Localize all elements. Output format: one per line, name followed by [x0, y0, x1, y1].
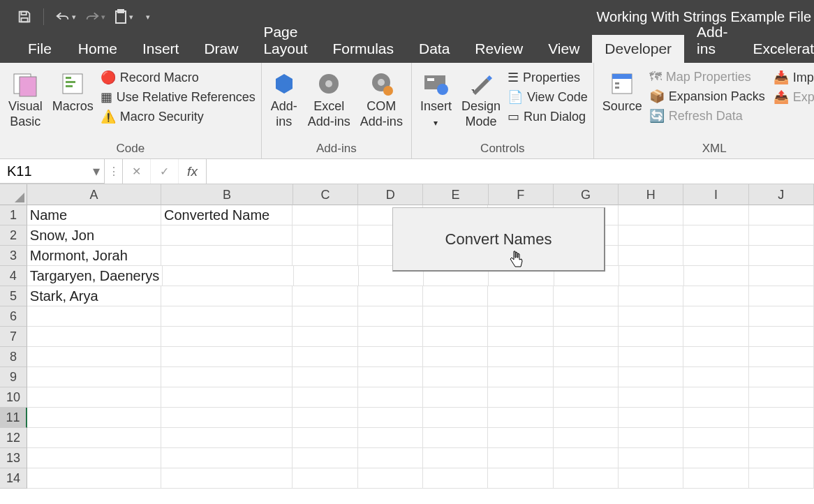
cell-G11[interactable] — [554, 408, 619, 428]
tab-page-layout[interactable]: Page Layout — [251, 18, 320, 63]
properties-button[interactable]: ☰Properties — [508, 70, 588, 85]
cell-I7[interactable] — [683, 327, 748, 347]
cell-C9[interactable] — [293, 367, 357, 387]
col-header-I[interactable]: I — [683, 184, 748, 205]
cell-A12[interactable] — [27, 428, 161, 448]
cell-C5[interactable] — [293, 286, 357, 306]
row-header-12[interactable]: 12 — [0, 428, 27, 448]
select-all-corner[interactable] — [0, 184, 27, 205]
tab-view[interactable]: View — [535, 35, 592, 63]
cell-G14[interactable] — [554, 468, 619, 489]
cell-D6[interactable] — [358, 306, 423, 327]
cell-B12[interactable] — [161, 428, 293, 448]
tab-insert[interactable]: Insert — [130, 35, 192, 63]
cell-F12[interactable] — [488, 428, 553, 448]
col-header-J[interactable]: J — [749, 184, 814, 205]
cell-A4[interactable]: Targaryen, Daenerys — [27, 266, 163, 286]
tab-draw[interactable]: Draw — [191, 35, 251, 63]
cell-B6[interactable] — [161, 306, 293, 327]
cell-D13[interactable] — [358, 448, 423, 468]
import-button[interactable]: 📥Import — [774, 70, 814, 85]
tab-add-ins[interactable]: Add-ins — [684, 18, 740, 63]
tab-excelerator[interactable]: Excelerator.Solutions — [740, 35, 814, 63]
cell-J10[interactable] — [749, 387, 814, 408]
row-header-9[interactable]: 9 — [0, 367, 27, 387]
chevron-down-icon[interactable]: ▾ — [93, 163, 100, 179]
cell-H6[interactable] — [619, 306, 683, 327]
cell-G7[interactable] — [554, 327, 619, 347]
row-header-4[interactable]: 4 — [0, 266, 27, 286]
cell-B1[interactable]: Converted Name — [161, 205, 293, 225]
cell-F7[interactable] — [488, 327, 553, 347]
cell-B11[interactable] — [161, 408, 293, 428]
cell-H10[interactable] — [619, 387, 683, 408]
cell-D8[interactable] — [358, 347, 423, 367]
cell-C2[interactable] — [293, 225, 357, 246]
name-box[interactable]: K11 ▾ — [0, 159, 105, 184]
cell-A6[interactable] — [27, 306, 161, 327]
row-header-13[interactable]: 13 — [0, 448, 27, 468]
cell-F14[interactable] — [488, 468, 553, 489]
row-header-7[interactable]: 7 — [0, 327, 27, 347]
map-properties-button[interactable]: 🗺Map Properties — [649, 70, 765, 84]
cell-E5[interactable] — [423, 286, 488, 306]
cell-J7[interactable] — [749, 327, 814, 347]
convert-names-button[interactable]: Convert Names — [392, 207, 605, 272]
cell-I8[interactable] — [683, 347, 748, 367]
cell-A3[interactable]: Mormont, Jorah — [27, 246, 161, 266]
cell-C3[interactable] — [293, 246, 357, 266]
cell-C11[interactable] — [293, 408, 357, 428]
export-button[interactable]: 📤Export — [774, 89, 814, 105]
col-header-F[interactable]: F — [489, 184, 554, 205]
cell-F13[interactable] — [488, 448, 553, 468]
cell-H8[interactable] — [619, 347, 683, 367]
cell-H3[interactable] — [619, 246, 683, 266]
col-header-A[interactable]: A — [27, 184, 161, 205]
cell-F5[interactable] — [488, 286, 553, 306]
cell-D7[interactable] — [358, 327, 423, 347]
cell-I14[interactable] — [683, 468, 748, 489]
cell-I2[interactable] — [683, 225, 748, 246]
tab-formulas[interactable]: Formulas — [320, 35, 406, 63]
insert-control-button[interactable]: Insert▾ — [417, 68, 454, 131]
row-header-8[interactable]: 8 — [0, 347, 27, 367]
visual-basic-button[interactable]: Visual Basic — [6, 68, 45, 131]
cell-E13[interactable] — [423, 448, 488, 468]
design-mode-button[interactable]: Design Mode — [459, 68, 503, 131]
cell-H5[interactable] — [619, 286, 683, 306]
row-header-3[interactable]: 3 — [0, 246, 27, 266]
cell-E14[interactable] — [423, 468, 488, 489]
cell-A11[interactable] — [27, 408, 161, 428]
row-header-10[interactable]: 10 — [0, 387, 27, 408]
cell-E7[interactable] — [423, 327, 488, 347]
cell-G6[interactable] — [554, 306, 619, 327]
cell-A9[interactable] — [27, 367, 161, 387]
cell-B13[interactable] — [161, 448, 293, 468]
tab-developer[interactable]: Developer — [592, 35, 684, 63]
cell-D12[interactable] — [358, 428, 423, 448]
col-header-B[interactable]: B — [161, 184, 293, 205]
run-dialog-button[interactable]: ▭Run Dialog — [508, 109, 588, 124]
cell-G10[interactable] — [554, 387, 619, 408]
cell-H12[interactable] — [619, 428, 683, 448]
cell-H7[interactable] — [619, 327, 683, 347]
cell-B3[interactable] — [161, 246, 293, 266]
cell-D11[interactable] — [358, 408, 423, 428]
macros-button[interactable]: Macros — [50, 68, 96, 116]
cell-E9[interactable] — [423, 367, 488, 387]
cell-H1[interactable] — [619, 205, 683, 225]
cancel-formula-icon[interactable]: ✕ — [123, 159, 151, 184]
cell-J1[interactable] — [749, 205, 814, 225]
cell-J12[interactable] — [749, 428, 814, 448]
undo-icon[interactable]: ▾ — [55, 10, 76, 23]
cell-D5[interactable] — [358, 286, 423, 306]
record-macro-button[interactable]: 🔴Record Macro — [101, 70, 256, 85]
cell-F10[interactable] — [488, 387, 553, 408]
cell-J8[interactable] — [749, 347, 814, 367]
use-relative-button[interactable]: ▦Use Relative References — [101, 89, 256, 105]
cell-G5[interactable] — [554, 286, 619, 306]
save-icon[interactable] — [17, 9, 32, 24]
cell-C12[interactable] — [293, 428, 357, 448]
cell-A13[interactable] — [27, 448, 161, 468]
col-header-C[interactable]: C — [293, 184, 358, 205]
